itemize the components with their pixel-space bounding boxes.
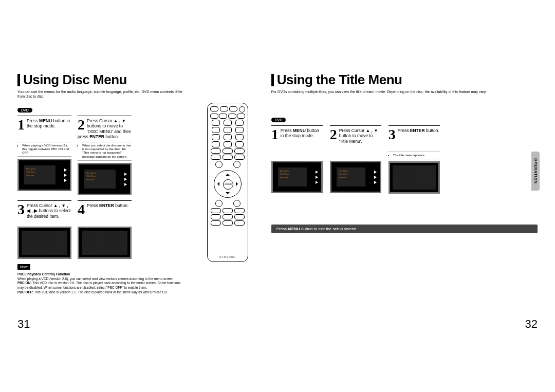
steps-row-2: 3Press Cursor ▲ , ▼ , ◀ , ▶ buttons to s…: [17, 200, 184, 259]
cursor-left-icon: [215, 182, 219, 186]
step-4: 4Press ENTER button.: [78, 200, 132, 259]
heading-right: Using the Title Menu: [271, 72, 538, 88]
cursor-right-icon: [236, 182, 240, 186]
dvd-badge: DVD: [271, 118, 286, 122]
steps-row: 1Press MENU button in the stop mode. Dis…: [271, 125, 538, 194]
note-badge: Note: [17, 264, 30, 270]
screen-thumb: Disc MenuTitle MenuFunction: [271, 161, 323, 193]
page-left: Using Disc Menu You can use the menus fo…: [17, 72, 184, 295]
page-number-left: 31: [17, 318, 30, 331]
step-1: 1Press MENU button in the stop mode. Whe…: [17, 116, 71, 195]
step-1: 1Press MENU button in the stop mode. Dis…: [271, 125, 323, 194]
dvd-badge: DVD: [17, 108, 32, 113]
cursor-down-icon: [226, 192, 230, 196]
screen-thumb: Disc MenuTitle MenuFunction: [330, 161, 381, 193]
cursor-up-icon: [226, 172, 230, 176]
step-3-note: The title menu appears.: [388, 152, 440, 159]
remote-dpad: ENTER: [214, 170, 242, 198]
step-2-note: When you select the disc menu that is no…: [78, 142, 132, 161]
manual-spread: Using Disc Menu You can use the menus fo…: [0, 0, 555, 392]
steps-row-1: 1Press MENU button in the stop mode. Whe…: [17, 116, 184, 195]
exit-hint: Press MENU button to exit the setup scre…: [271, 225, 538, 233]
pbc-block: PBC (Playback Control) Function When pla…: [17, 272, 184, 295]
step-1-note: When playing a VCD (version 2.), this to…: [17, 142, 71, 157]
screen-thumb: Disc MenuTitle MenuFunction: [78, 163, 132, 195]
enter-button-icon: ENTER: [223, 179, 233, 190]
remote-illustration: ENTER SAMSUNG: [207, 103, 248, 262]
step-3: 3Press ENTER button. The title menu appe…: [388, 125, 440, 194]
intro-left: You can use the menus for the audio lang…: [17, 90, 184, 99]
screen-thumb: [17, 227, 71, 259]
screen-thumb: Disc MenuTitle MenuFunction: [17, 159, 71, 191]
page-number-right: 32: [525, 318, 538, 331]
remote-column: ENTER SAMSUNG: [205, 72, 251, 295]
page-right: Using the Title Menu For DVDs containing…: [271, 72, 538, 295]
remote-brand: SAMSUNG: [208, 255, 248, 258]
step-2: 2Press Cursor ▲ , ▼ buttons to move to '…: [78, 116, 132, 195]
step-2: 2Press Cursor ▲ , ▼ button to move to 'T…: [330, 125, 381, 194]
intro-right: For DVDs containing multiple titles, you…: [271, 90, 538, 95]
heading-left: Using Disc Menu: [17, 72, 184, 88]
screen-thumb: [388, 161, 440, 194]
step-3: 3Press Cursor ▲ , ▼ , ◀ , ▶ buttons to s…: [17, 200, 71, 259]
screen-thumb: [78, 227, 132, 259]
operation-tab: OPERATION: [531, 152, 540, 191]
